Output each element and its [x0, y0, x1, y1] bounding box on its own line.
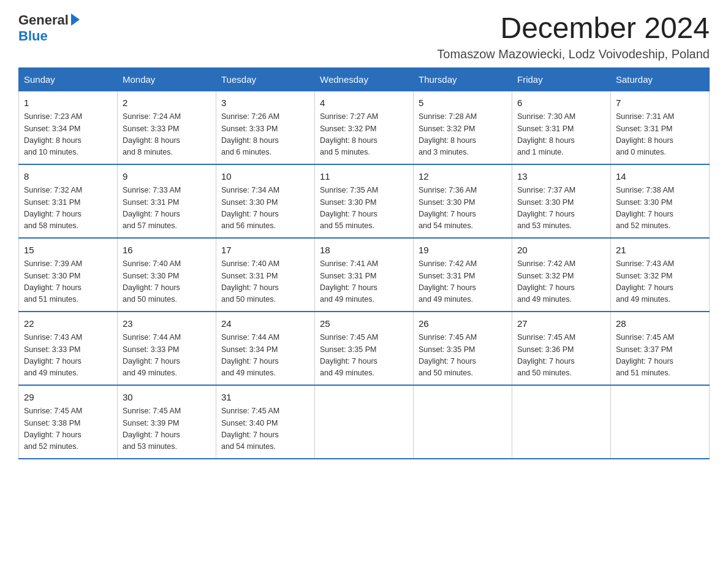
day-info: Sunrise: 7:41 AMSunset: 3:31 PMDaylight:… [320, 258, 408, 306]
calendar-cell: 17 Sunrise: 7:40 AMSunset: 3:31 PMDaylig… [216, 238, 315, 312]
day-info: Sunrise: 7:45 AMSunset: 3:39 PMDaylight:… [123, 405, 211, 453]
day-number: 21 [616, 243, 704, 258]
day-number: 5 [419, 96, 507, 110]
calendar-cell: 19 Sunrise: 7:42 AMSunset: 3:31 PMDaylig… [414, 238, 512, 312]
calendar-table: SundayMondayTuesdayWednesdayThursdayFrid… [18, 67, 710, 459]
calendar-cell: 22 Sunrise: 7:43 AMSunset: 3:33 PMDaylig… [19, 312, 118, 385]
calendar-cell: 16 Sunrise: 7:40 AMSunset: 3:30 PMDaylig… [118, 238, 216, 312]
calendar-cell: 23 Sunrise: 7:44 AMSunset: 3:33 PMDaylig… [118, 312, 216, 385]
day-header-saturday: Saturday [611, 67, 710, 91]
day-info: Sunrise: 7:31 AMSunset: 3:31 PMDaylight:… [616, 111, 704, 159]
day-number: 23 [123, 317, 211, 331]
day-number: 17 [221, 243, 309, 258]
logo: General Blue [18, 12, 80, 44]
day-number: 13 [517, 170, 605, 184]
day-number: 29 [24, 391, 112, 405]
day-info: Sunrise: 7:45 AMSunset: 3:35 PMDaylight:… [419, 332, 507, 380]
day-number: 22 [24, 317, 112, 331]
day-number: 8 [24, 170, 112, 184]
calendar-week-3: 15 Sunrise: 7:39 AMSunset: 3:30 PMDaylig… [19, 238, 710, 312]
day-header-thursday: Thursday [414, 67, 512, 91]
day-number: 30 [123, 391, 211, 405]
day-info: Sunrise: 7:33 AMSunset: 3:31 PMDaylight:… [123, 185, 211, 232]
calendar-cell: 9 Sunrise: 7:33 AMSunset: 3:31 PMDayligh… [118, 164, 216, 238]
day-number: 2 [123, 96, 211, 110]
day-info: Sunrise: 7:28 AMSunset: 3:32 PMDaylight:… [419, 111, 507, 159]
calendar-cell: 13 Sunrise: 7:37 AMSunset: 3:30 PMDaylig… [512, 164, 611, 238]
day-info: Sunrise: 7:36 AMSunset: 3:30 PMDaylight:… [419, 185, 507, 232]
day-number: 12 [419, 170, 507, 184]
day-info: Sunrise: 7:45 AMSunset: 3:35 PMDaylight:… [320, 332, 408, 380]
calendar-cell: 8 Sunrise: 7:32 AMSunset: 3:31 PMDayligh… [19, 164, 118, 238]
day-number: 11 [320, 170, 408, 184]
calendar-cell: 3 Sunrise: 7:26 AMSunset: 3:33 PMDayligh… [216, 91, 315, 164]
calendar-cell: 24 Sunrise: 7:44 AMSunset: 3:34 PMDaylig… [216, 312, 315, 385]
calendar-cell: 31 Sunrise: 7:45 AMSunset: 3:40 PMDaylig… [216, 385, 315, 459]
calendar-cell: 21 Sunrise: 7:43 AMSunset: 3:32 PMDaylig… [611, 238, 710, 312]
calendar-week-4: 22 Sunrise: 7:43 AMSunset: 3:33 PMDaylig… [19, 312, 710, 385]
calendar-cell: 27 Sunrise: 7:45 AMSunset: 3:36 PMDaylig… [512, 312, 611, 385]
day-number: 6 [517, 96, 605, 110]
day-number: 28 [616, 317, 704, 331]
day-number: 19 [419, 243, 507, 258]
day-header-friday: Friday [512, 67, 611, 91]
day-info: Sunrise: 7:43 AMSunset: 3:32 PMDaylight:… [616, 258, 704, 306]
day-info: Sunrise: 7:34 AMSunset: 3:30 PMDaylight:… [221, 185, 309, 232]
day-info: Sunrise: 7:42 AMSunset: 3:32 PMDaylight:… [517, 258, 605, 306]
calendar-cell: 5 Sunrise: 7:28 AMSunset: 3:32 PMDayligh… [414, 91, 512, 164]
calendar-cell: 11 Sunrise: 7:35 AMSunset: 3:30 PMDaylig… [315, 164, 414, 238]
day-info: Sunrise: 7:26 AMSunset: 3:33 PMDaylight:… [221, 111, 309, 159]
calendar-cell [611, 385, 710, 459]
calendar-cell: 20 Sunrise: 7:42 AMSunset: 3:32 PMDaylig… [512, 238, 611, 312]
day-number: 15 [24, 243, 112, 258]
day-info: Sunrise: 7:42 AMSunset: 3:31 PMDaylight:… [419, 258, 507, 306]
day-info: Sunrise: 7:32 AMSunset: 3:31 PMDaylight:… [24, 185, 112, 232]
calendar-cell: 10 Sunrise: 7:34 AMSunset: 3:30 PMDaylig… [216, 164, 315, 238]
day-header-wednesday: Wednesday [315, 67, 414, 91]
day-number: 27 [517, 317, 605, 331]
title-section: December 2024 Tomaszow Mazowiecki, Lodz … [437, 12, 710, 61]
calendar-cell: 12 Sunrise: 7:36 AMSunset: 3:30 PMDaylig… [414, 164, 512, 238]
logo-arrow-icon [71, 13, 80, 26]
day-info: Sunrise: 7:44 AMSunset: 3:34 PMDaylight:… [221, 332, 309, 380]
calendar-cell: 26 Sunrise: 7:45 AMSunset: 3:35 PMDaylig… [414, 312, 512, 385]
calendar-cell: 25 Sunrise: 7:45 AMSunset: 3:35 PMDaylig… [315, 312, 414, 385]
day-number: 20 [517, 243, 605, 258]
day-number: 7 [616, 96, 704, 110]
day-info: Sunrise: 7:44 AMSunset: 3:33 PMDaylight:… [123, 332, 211, 380]
calendar-cell: 29 Sunrise: 7:45 AMSunset: 3:38 PMDaylig… [19, 385, 118, 459]
day-header-tuesday: Tuesday [216, 67, 315, 91]
day-info: Sunrise: 7:27 AMSunset: 3:32 PMDaylight:… [320, 111, 408, 159]
calendar-cell: 15 Sunrise: 7:39 AMSunset: 3:30 PMDaylig… [19, 238, 118, 312]
day-info: Sunrise: 7:45 AMSunset: 3:37 PMDaylight:… [616, 332, 704, 380]
calendar-cell [414, 385, 512, 459]
day-number: 1 [24, 96, 112, 110]
day-info: Sunrise: 7:37 AMSunset: 3:30 PMDaylight:… [517, 185, 605, 232]
calendar-cell: 30 Sunrise: 7:45 AMSunset: 3:39 PMDaylig… [118, 385, 216, 459]
calendar-cell: 2 Sunrise: 7:24 AMSunset: 3:33 PMDayligh… [118, 91, 216, 164]
calendar-header-row: SundayMondayTuesdayWednesdayThursdayFrid… [19, 67, 710, 91]
month-title: December 2024 [437, 12, 710, 45]
day-number: 16 [123, 243, 211, 258]
day-number: 18 [320, 243, 408, 258]
day-number: 14 [616, 170, 704, 184]
logo-general-text: General [18, 12, 69, 28]
calendar-cell: 14 Sunrise: 7:38 AMSunset: 3:30 PMDaylig… [611, 164, 710, 238]
day-info: Sunrise: 7:23 AMSunset: 3:34 PMDaylight:… [24, 111, 112, 159]
day-info: Sunrise: 7:35 AMSunset: 3:30 PMDaylight:… [320, 185, 408, 232]
calendar-cell: 28 Sunrise: 7:45 AMSunset: 3:37 PMDaylig… [611, 312, 710, 385]
day-info: Sunrise: 7:40 AMSunset: 3:30 PMDaylight:… [123, 258, 211, 306]
day-info: Sunrise: 7:38 AMSunset: 3:30 PMDaylight:… [616, 185, 704, 232]
day-header-sunday: Sunday [19, 67, 118, 91]
calendar-week-2: 8 Sunrise: 7:32 AMSunset: 3:31 PMDayligh… [19, 164, 710, 238]
calendar-cell: 18 Sunrise: 7:41 AMSunset: 3:31 PMDaylig… [315, 238, 414, 312]
calendar-cell [512, 385, 611, 459]
day-info: Sunrise: 7:45 AMSunset: 3:38 PMDaylight:… [24, 405, 112, 453]
day-number: 31 [221, 391, 309, 405]
day-info: Sunrise: 7:24 AMSunset: 3:33 PMDaylight:… [123, 111, 211, 159]
day-info: Sunrise: 7:45 AMSunset: 3:40 PMDaylight:… [221, 405, 309, 453]
day-number: 3 [221, 96, 309, 110]
day-info: Sunrise: 7:45 AMSunset: 3:36 PMDaylight:… [517, 332, 605, 380]
calendar-week-1: 1 Sunrise: 7:23 AMSunset: 3:34 PMDayligh… [19, 91, 710, 164]
day-number: 24 [221, 317, 309, 331]
